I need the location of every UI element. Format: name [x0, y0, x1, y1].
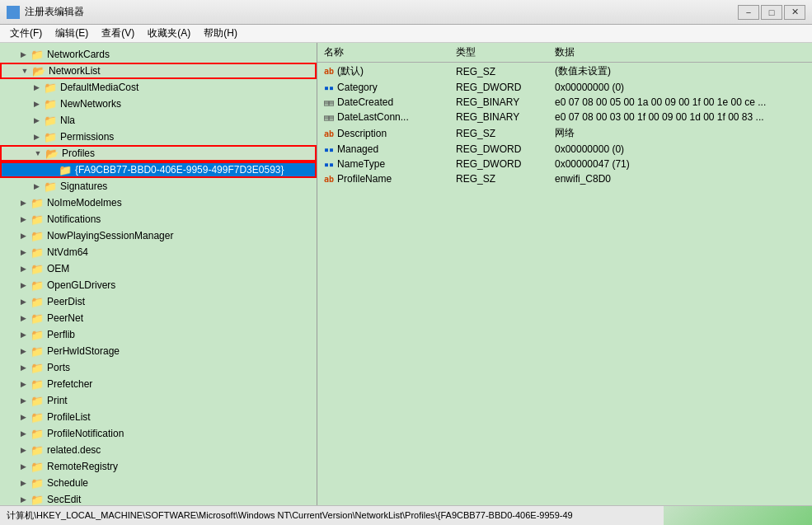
tree-item-networkcards[interactable]: 📁 NetworkCards — [0, 46, 317, 63]
menu-edit[interactable]: 编辑(E) — [49, 25, 95, 42]
table-row[interactable]: abProfileName REG_SZ enwifi_C8D0 — [317, 171, 812, 186]
expand-perflib[interactable] — [16, 328, 30, 341]
tree-item-opengldrivers[interactable]: 📁 OpenGLDrivers — [0, 277, 317, 293]
reg-data-cell: e0 07 08 00 05 00 1a 00 09 00 1f 00 1e 0… — [548, 95, 812, 110]
tree-label-networkcards: NetworkCards — [47, 49, 110, 60]
tree-item-oem[interactable]: 📁 OEM — [0, 260, 317, 277]
table-row[interactable]: ▪▪Category REG_DWORD 0x00000000 (0) — [317, 80, 812, 95]
expand-notifications[interactable] — [16, 213, 30, 226]
tree-item-profilenotification[interactable]: 📁 ProfileNotification — [0, 425, 317, 442]
tree-item-ports[interactable]: 📁 Ports — [0, 359, 317, 376]
expand-signatures[interactable] — [30, 180, 43, 193]
table-row[interactable]: ▪▪Managed REG_DWORD 0x00000000 (0) — [317, 142, 812, 157]
expand-permissions[interactable] — [30, 130, 43, 143]
expand-relateddesc[interactable] — [16, 443, 30, 457]
expand-schedule[interactable] — [16, 476, 30, 490]
tree-item-prefetcher[interactable]: 📁 Prefetcher — [0, 376, 317, 392]
expand-nla[interactable] — [30, 114, 43, 127]
reg-name-cell: abDescription — [317, 124, 449, 142]
tree-item-profile-guid[interactable]: 📁 {FA9CBB77-BBD0-406E-9959-499F7D3E0593} — [0, 162, 317, 178]
tree-label-schedule: Schedule — [47, 477, 88, 489]
expand-prefetcher[interactable] — [16, 377, 30, 391]
folder-icon-guid: 📁 — [58, 163, 73, 176]
reg-data-cell: 0x00000000 (0) — [548, 80, 812, 95]
tree-item-relateddesc[interactable]: 📁 related.desc — [0, 442, 317, 458]
menu-bar: 文件(F) 编辑(E) 查看(V) 收藏夹(A) 帮助(H) — [0, 25, 812, 43]
reg-type-cell: REG_DWORD — [449, 142, 548, 157]
tree-item-notifications[interactable]: 📁 Notifications — [0, 211, 317, 227]
tree-item-newnetworks[interactable]: 📁 NewNetworks — [0, 96, 317, 112]
reg-icon-dword: ▪▪ — [324, 83, 334, 92]
folder-icon-permissions: 📁 — [43, 130, 58, 143]
expand-perhwidstorage[interactable] — [16, 345, 30, 358]
tree-item-nla[interactable]: 📁 Nla — [0, 112, 317, 129]
expand-ports[interactable] — [16, 361, 30, 374]
reg-name-cell: ▪▪Category — [317, 80, 449, 95]
tree-item-schedule[interactable]: 📁 Schedule — [0, 475, 317, 491]
tree-label-signatures: Signatures — [60, 180, 107, 192]
reg-data-cell: (数值未设置) — [548, 63, 812, 81]
tree-label-oem: OEM — [47, 263, 69, 274]
tree-item-signatures[interactable]: 📁 Signatures — [0, 178, 317, 195]
close-button[interactable]: ✕ — [784, 5, 805, 20]
expand-nowplaying[interactable] — [16, 229, 30, 242]
table-row[interactable]: ▤▤DateCreated REG_BINARY e0 07 08 00 05 … — [317, 95, 812, 110]
table-row[interactable]: ▪▪NameType REG_DWORD 0x00000047 (71) — [317, 157, 812, 171]
menu-file[interactable]: 文件(F) — [3, 25, 49, 42]
expand-noimemodeimes[interactable] — [16, 196, 30, 209]
tree-item-ntvdm64[interactable]: 📁 NtVdm64 — [0, 244, 317, 260]
tree-item-noimemodeimes[interactable]: 📁 NoImeModelmes — [0, 195, 317, 211]
tree-label-perflib: Perflib — [47, 329, 75, 340]
menu-help[interactable]: 帮助(H) — [197, 25, 244, 42]
svg-rect-0 — [8, 7, 12, 12]
table-row[interactable]: ▤▤DateLastConn... REG_BINARY e0 07 08 00… — [317, 110, 812, 124]
tree-item-nowplaying[interactable]: 📁 NowPlayingSessionManager — [0, 227, 317, 244]
tree-item-perflib[interactable]: 📁 Perflib — [0, 326, 317, 343]
tree-item-print[interactable]: 📁 Print — [0, 392, 317, 409]
expand-secedit[interactable] — [16, 493, 30, 505]
col-header-name: 名称 — [317, 43, 449, 63]
tree-label-secedit: SecEdit — [47, 494, 81, 505]
expand-newnetworks[interactable] — [30, 97, 43, 110]
expand-peernet[interactable] — [16, 312, 30, 325]
tree-item-networklist[interactable]: 📂 NetworkList — [0, 63, 317, 79]
tree-item-defaultmediacost[interactable]: 📁 DefaultMediaCost — [0, 79, 317, 96]
tree-label-print: Print — [47, 395, 68, 406]
expand-remoteregistry[interactable] — [16, 460, 30, 473]
expand-defaultmediacost[interactable] — [30, 81, 43, 94]
tree-item-peernet[interactable]: 📁 PeerNet — [0, 310, 317, 326]
menu-favorites[interactable]: 收藏夹(A) — [141, 25, 197, 42]
table-row[interactable]: abDescription REG_SZ 网络 — [317, 124, 812, 142]
expand-ntvdm64[interactable] — [16, 246, 30, 259]
minimize-button[interactable]: − — [738, 5, 759, 20]
tree-item-secedit[interactable]: 📁 SecEdit — [0, 491, 317, 505]
reg-data-cell: enwifi_C8D0 — [548, 171, 812, 186]
expand-profilenotification[interactable] — [16, 427, 30, 440]
expand-peerdist[interactable] — [16, 295, 30, 308]
expand-oem[interactable] — [16, 262, 30, 275]
table-row[interactable]: ab(默认) REG_SZ (数值未设置) — [317, 63, 812, 81]
reg-name: Managed — [337, 143, 378, 155]
registry-values-pane: 名称 类型 数据 ab(默认) REG_SZ (数值未设置) ▪▪Categor… — [317, 43, 812, 505]
svg-rect-2 — [8, 13, 12, 17]
tree-item-permissions[interactable]: 📁 Permissions — [0, 129, 317, 145]
expand-networklist[interactable] — [18, 64, 31, 77]
reg-data-cell: 网络 — [548, 124, 812, 142]
expand-profiles[interactable] — [31, 147, 45, 160]
expand-networkcards[interactable] — [16, 48, 30, 61]
tree-item-profilelist[interactable]: 📁 ProfileList — [0, 409, 317, 425]
tree-item-peerdist[interactable]: 📁 PeerDist — [0, 293, 317, 310]
reg-icon-binary: ▤▤ — [324, 98, 334, 107]
expand-print[interactable] — [16, 394, 30, 407]
tree-item-remoteregistry[interactable]: 📁 RemoteRegistry — [0, 458, 317, 475]
menu-view[interactable]: 查看(V) — [95, 25, 141, 42]
tree-item-profiles[interactable]: 📂 Profiles — [0, 145, 317, 162]
table-header-row: 名称 类型 数据 — [317, 43, 812, 63]
tree-item-perhwidstorage[interactable]: 📁 PerHwIdStorage — [0, 343, 317, 359]
folder-icon-profilelist: 📁 — [30, 410, 45, 424]
expand-profilelist[interactable] — [16, 410, 30, 424]
maximize-button[interactable]: □ — [761, 5, 782, 20]
reg-name: DateCreated — [337, 96, 393, 108]
status-text: 计算机\HKEY_LOCAL_MACHINE\SOFTWARE\Microsof… — [7, 509, 573, 522]
expand-opengldrivers[interactable] — [16, 279, 30, 292]
